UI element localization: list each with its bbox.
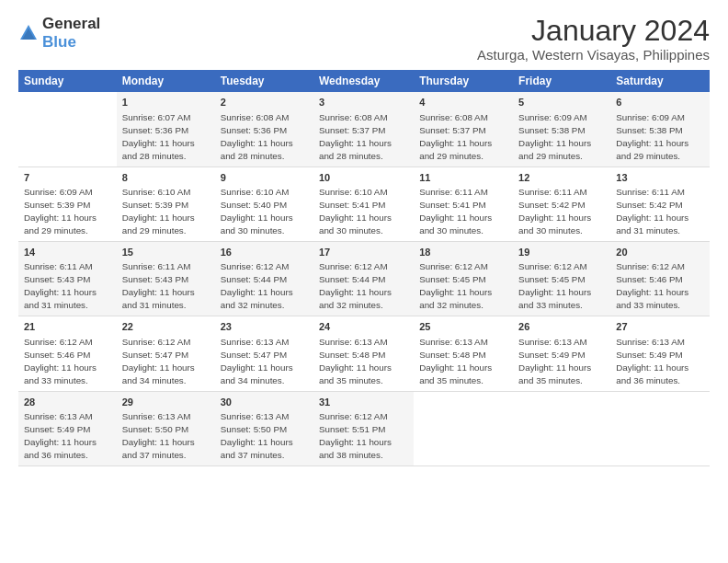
day-number: 20 [616,246,704,259]
calendar-cell: 31Sunrise: 6:12 AM Sunset: 5:51 PM Dayli… [313,391,414,465]
calendar-table: Sunday Monday Tuesday Wednesday Thursday… [18,70,710,466]
day-info: Sunrise: 6:13 AM Sunset: 5:48 PM Dayligh… [419,337,492,385]
calendar-cell: 29Sunrise: 6:13 AM Sunset: 5:50 PM Dayli… [117,391,215,465]
day-info: Sunrise: 6:10 AM Sunset: 5:39 PM Dayligh… [122,187,195,236]
day-number: 2 [221,96,308,109]
day-number: 5 [518,96,605,109]
day-number: 19 [518,246,605,259]
calendar-cell: 5Sunrise: 6:09 AM Sunset: 5:38 PM Daylig… [513,92,610,167]
calendar-cell: 15Sunrise: 6:11 AM Sunset: 5:43 PM Dayli… [117,241,215,316]
col-wednesday: Wednesday [313,70,414,92]
day-number: 12 [518,171,605,185]
day-number: 23 [221,320,308,334]
day-number: 14 [24,246,111,259]
page: General Blue January 2024 Asturga, Weste… [0,0,728,563]
calendar-cell: 7Sunrise: 6:09 AM Sunset: 5:39 PM Daylig… [18,167,117,241]
day-number: 25 [419,320,507,334]
day-info: Sunrise: 6:12 AM Sunset: 5:44 PM Dayligh… [319,261,392,310]
col-sunday: Sunday [18,70,117,92]
day-number: 21 [24,320,111,334]
day-info: Sunrise: 6:13 AM Sunset: 5:50 PM Dayligh… [221,411,293,460]
day-info: Sunrise: 6:12 AM Sunset: 5:44 PM Dayligh… [221,261,293,310]
day-info: Sunrise: 6:12 AM Sunset: 5:46 PM Dayligh… [24,337,97,385]
logo-general: General [42,15,100,32]
calendar-cell: 1Sunrise: 6:07 AM Sunset: 5:36 PM Daylig… [117,92,215,167]
day-number: 18 [419,246,507,259]
col-thursday: Thursday [414,70,513,92]
col-saturday: Saturday [610,70,710,92]
calendar-cell: 2Sunrise: 6:08 AM Sunset: 5:36 PM Daylig… [215,92,313,167]
calendar-cell: 17Sunrise: 6:12 AM Sunset: 5:44 PM Dayli… [313,241,414,316]
day-info: Sunrise: 6:13 AM Sunset: 5:47 PM Dayligh… [221,337,293,385]
day-number: 29 [122,396,210,409]
col-friday: Friday [513,70,610,92]
calendar-cell: 4Sunrise: 6:08 AM Sunset: 5:37 PM Daylig… [414,92,513,167]
day-number: 31 [319,396,408,409]
calendar-cell: 11Sunrise: 6:11 AM Sunset: 5:41 PM Dayli… [414,167,513,241]
calendar-cell: 26Sunrise: 6:13 AM Sunset: 5:49 PM Dayli… [513,316,610,391]
week-row-1: 1Sunrise: 6:07 AM Sunset: 5:36 PM Daylig… [18,92,710,167]
day-number: 30 [221,396,308,409]
calendar-cell: 12Sunrise: 6:11 AM Sunset: 5:42 PM Dayli… [513,167,610,241]
calendar-cell: 3Sunrise: 6:08 AM Sunset: 5:37 PM Daylig… [313,92,414,167]
day-info: Sunrise: 6:11 AM Sunset: 5:43 PM Dayligh… [24,261,97,310]
day-info: Sunrise: 6:12 AM Sunset: 5:47 PM Dayligh… [122,337,195,385]
calendar-cell: 8Sunrise: 6:10 AM Sunset: 5:39 PM Daylig… [117,167,215,241]
day-info: Sunrise: 6:08 AM Sunset: 5:37 PM Dayligh… [419,112,492,161]
day-number: 26 [518,320,605,334]
calendar-cell: 10Sunrise: 6:10 AM Sunset: 5:41 PM Dayli… [313,167,414,241]
calendar-cell [18,92,117,167]
day-number: 4 [419,96,507,109]
day-number: 16 [221,246,308,259]
header: General Blue January 2024 Asturga, Weste… [18,15,710,63]
week-row-2: 7Sunrise: 6:09 AM Sunset: 5:39 PM Daylig… [18,167,710,241]
day-info: Sunrise: 6:12 AM Sunset: 5:45 PM Dayligh… [419,261,492,310]
day-number: 22 [122,320,210,334]
main-title: January 2024 [477,15,710,47]
day-number: 11 [419,171,507,185]
logo-blue: Blue [42,33,76,51]
day-number: 15 [122,246,210,259]
day-number: 10 [319,171,408,185]
calendar-cell: 27Sunrise: 6:13 AM Sunset: 5:49 PM Dayli… [610,316,710,391]
calendar-cell [414,391,513,465]
header-row: Sunday Monday Tuesday Wednesday Thursday… [18,70,710,92]
subtitle: Asturga, Western Visayas, Philippines [477,47,710,63]
calendar-cell: 9Sunrise: 6:10 AM Sunset: 5:40 PM Daylig… [215,167,313,241]
logo: General Blue [18,15,100,52]
day-info: Sunrise: 6:09 AM Sunset: 5:38 PM Dayligh… [616,112,688,161]
calendar-cell: 16Sunrise: 6:12 AM Sunset: 5:44 PM Dayli… [215,241,313,316]
day-number: 24 [319,320,408,334]
day-number: 17 [319,246,408,259]
calendar-cell: 18Sunrise: 6:12 AM Sunset: 5:45 PM Dayli… [414,241,513,316]
day-number: 1 [122,96,210,109]
day-info: Sunrise: 6:09 AM Sunset: 5:39 PM Dayligh… [24,187,97,236]
calendar-header: Sunday Monday Tuesday Wednesday Thursday… [18,70,710,92]
day-info: Sunrise: 6:11 AM Sunset: 5:42 PM Dayligh… [518,187,591,236]
day-info: Sunrise: 6:13 AM Sunset: 5:48 PM Dayligh… [319,337,392,385]
day-info: Sunrise: 6:11 AM Sunset: 5:43 PM Dayligh… [122,261,195,310]
calendar-cell [610,391,710,465]
calendar-cell [513,391,610,465]
day-info: Sunrise: 6:11 AM Sunset: 5:42 PM Dayligh… [616,187,688,236]
day-number: 6 [616,96,704,109]
day-info: Sunrise: 6:13 AM Sunset: 5:49 PM Dayligh… [24,411,97,460]
calendar-cell: 14Sunrise: 6:11 AM Sunset: 5:43 PM Dayli… [18,241,117,316]
day-info: Sunrise: 6:12 AM Sunset: 5:45 PM Dayligh… [518,261,591,310]
logo-icon [18,23,39,43]
day-info: Sunrise: 6:10 AM Sunset: 5:41 PM Dayligh… [319,187,392,236]
calendar-cell: 19Sunrise: 6:12 AM Sunset: 5:45 PM Dayli… [513,241,610,316]
day-info: Sunrise: 6:08 AM Sunset: 5:37 PM Dayligh… [319,112,392,161]
calendar-cell: 24Sunrise: 6:13 AM Sunset: 5:48 PM Dayli… [313,316,414,391]
day-number: 9 [221,171,308,185]
calendar-cell: 13Sunrise: 6:11 AM Sunset: 5:42 PM Dayli… [610,167,710,241]
calendar-cell: 22Sunrise: 6:12 AM Sunset: 5:47 PM Dayli… [117,316,215,391]
calendar-cell: 23Sunrise: 6:13 AM Sunset: 5:47 PM Dayli… [215,316,313,391]
day-info: Sunrise: 6:07 AM Sunset: 5:36 PM Dayligh… [122,112,195,161]
week-row-5: 28Sunrise: 6:13 AM Sunset: 5:49 PM Dayli… [18,391,710,465]
day-info: Sunrise: 6:11 AM Sunset: 5:41 PM Dayligh… [419,187,492,236]
day-info: Sunrise: 6:13 AM Sunset: 5:50 PM Dayligh… [122,411,195,460]
day-number: 27 [616,320,704,334]
day-info: Sunrise: 6:13 AM Sunset: 5:49 PM Dayligh… [616,337,688,385]
day-number: 28 [24,396,111,409]
